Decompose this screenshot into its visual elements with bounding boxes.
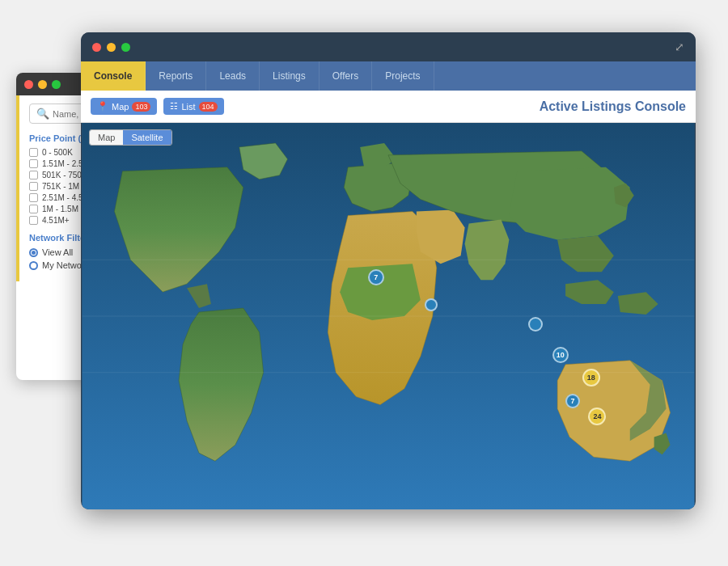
price-range-label: 751K - 1M <box>42 182 79 191</box>
list-icon: ☷ <box>170 101 178 112</box>
main-minimize-dot[interactable] <box>107 43 116 52</box>
price-checkbox[interactable] <box>29 159 38 168</box>
fullscreen-icon[interactable]: ⤢ <box>675 40 684 53</box>
expand-dot[interactable] <box>52 80 61 89</box>
price-checkbox[interactable] <box>29 216 38 225</box>
radio-dot <box>29 248 38 257</box>
price-range-label: 4.51M+ <box>42 216 70 225</box>
nav-bar: ConsoleReportsLeadsListingsOffersProject… <box>81 61 696 91</box>
map-view-button[interactable]: Map <box>90 130 123 145</box>
price-checkbox[interactable] <box>29 193 38 202</box>
nav-tab-listings[interactable]: Listings <box>260 61 320 91</box>
list-btn-label: List <box>181 102 195 112</box>
price-checkbox[interactable] <box>29 171 38 180</box>
console-title: Active Listings Console <box>540 99 686 114</box>
nav-tab-reports[interactable]: Reports <box>146 61 206 91</box>
close-dot[interactable] <box>24 80 33 89</box>
main-expand-dot[interactable] <box>121 43 130 52</box>
nav-tabs: ConsoleReportsLeadsListingsOffersProject… <box>81 61 696 91</box>
location-icon: 📍 <box>97 101 108 112</box>
minimize-dot[interactable] <box>38 80 47 89</box>
nav-tab-console[interactable]: Console <box>81 61 146 91</box>
price-checkbox[interactable] <box>29 205 38 213</box>
price-range-label: 0 - 500K <box>42 148 73 157</box>
nav-tab-offers[interactable]: Offers <box>320 61 372 91</box>
map-toggle-button[interactable]: 📍 Map 103 <box>91 98 157 115</box>
nav-tab-projects[interactable]: Projects <box>372 61 434 91</box>
nav-tab-leads[interactable]: Leads <box>206 61 260 91</box>
map-count-badge: 103 <box>132 102 150 112</box>
price-checkbox[interactable] <box>29 182 38 191</box>
satellite-view-button[interactable]: Satellite <box>123 130 171 145</box>
scene: 🔍 Price Point (sale/sold) 0 - 500K 433 1… <box>16 32 712 534</box>
price-range-label: 1M - 1.5M <box>42 205 78 213</box>
world-map-svg <box>81 123 696 509</box>
main-close-dot[interactable] <box>92 43 101 52</box>
main-titlebar: ⤢ <box>81 32 696 61</box>
list-count-badge: 104 <box>199 102 218 112</box>
map-container: Map Satellite <box>81 123 696 509</box>
radio-dot <box>29 261 38 270</box>
map-toggle-bar: Map Satellite <box>89 129 172 146</box>
map-btn-label: Map <box>112 102 129 112</box>
network-option-label: View All <box>42 247 73 257</box>
list-toggle-button[interactable]: ☷ List 104 <box>163 98 223 115</box>
price-checkbox[interactable] <box>29 148 38 157</box>
search-icon: 🔍 <box>36 108 49 120</box>
main-window: ⤢ ConsoleReportsLeadsListingsOffersProje… <box>81 32 696 509</box>
toolbar: 📍 Map 103 ☷ List 104 Active Listings Con… <box>81 91 696 123</box>
